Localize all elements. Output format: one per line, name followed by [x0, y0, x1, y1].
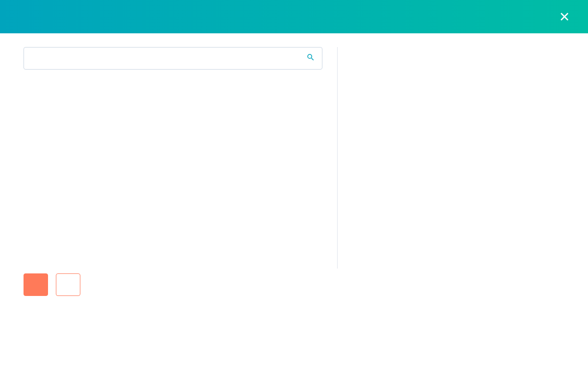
left-pane [24, 47, 337, 269]
modal-footer [0, 273, 588, 296]
cancel-button[interactable] [56, 273, 80, 296]
modal-body [0, 33, 588, 273]
modal-header [0, 0, 588, 33]
search-icon[interactable] [306, 53, 315, 64]
close-icon[interactable] [559, 11, 570, 23]
next-button[interactable] [24, 273, 48, 296]
search-wrap [24, 47, 322, 70]
right-pane [337, 47, 564, 269]
search-input[interactable] [31, 53, 306, 63]
